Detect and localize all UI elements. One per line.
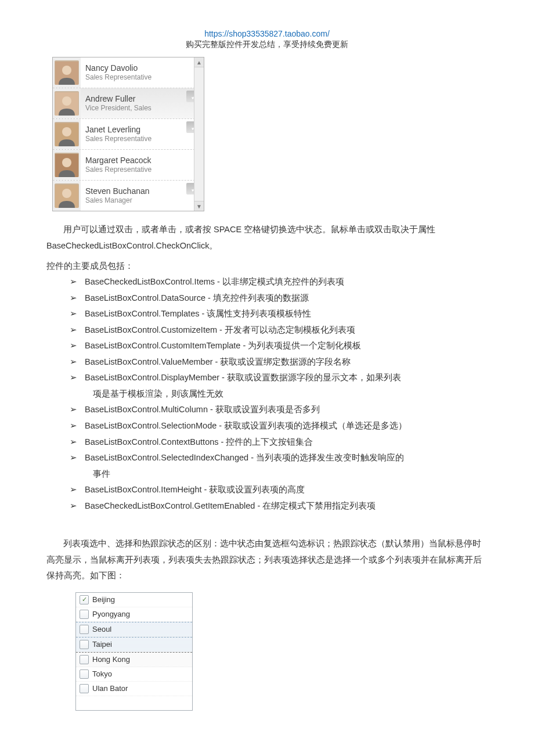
bullet-item: ➢ BaseCheckedListBoxControl.GetItemEnabl… xyxy=(70,498,488,514)
chevron-right-icon: ➢ xyxy=(70,290,85,307)
city-label: Tokyo xyxy=(92,669,112,678)
city-label: Taipei xyxy=(92,640,112,649)
chevron-right-icon: ➢ xyxy=(70,338,85,354)
employee-name: Janet Leverling xyxy=(85,125,182,135)
checkbox-icon[interactable] xyxy=(80,610,89,619)
bullet-text: BaseListBoxControl.ItemHeight - 获取或设置列表项… xyxy=(85,482,488,498)
bullet-text: BaseListBoxControl.DataSource - 填充控件列表项的… xyxy=(85,290,488,307)
bullet-item: ➢ BaseListBoxControl.Templates - 该属性支持列表… xyxy=(70,306,488,322)
chevron-right-icon: ➢ xyxy=(70,498,85,514)
bullet-item: ➢ BaseListBoxControl.DisplayMember - 获取或… xyxy=(70,370,488,386)
bullet-text: BaseListBoxControl.MultiColumn - 获取或设置列表… xyxy=(85,402,488,418)
employee-name: Steven Buchanan xyxy=(85,186,182,196)
chevron-right-icon: ➢ xyxy=(70,450,85,466)
checkbox-icon[interactable] xyxy=(80,655,89,664)
bullet-text: BaseListBoxControl.ValueMember - 获取或设置绑定… xyxy=(85,354,488,370)
list-item[interactable]: Andrew Fuller Vice President, Sales ✓ xyxy=(53,88,204,118)
list-item[interactable]: Nancy Davolio Sales Representative ✓ xyxy=(53,57,204,88)
checkbox-icon[interactable] xyxy=(80,625,89,634)
bullet-text: BaseListBoxControl.SelectedIndexChanged … xyxy=(85,450,488,466)
bullet-continuation: 事件 xyxy=(93,466,488,483)
city-label: Hong Kong xyxy=(92,655,130,664)
city-label: Ulan Bator xyxy=(92,684,128,693)
bullet-text: BaseListBoxControl.DisplayMember - 获取或设置… xyxy=(85,370,488,386)
bullet-item: ➢ BaseListBoxControl.CustomizeItem - 开发者… xyxy=(70,322,488,339)
header-subtitle: 购买完整版控件开发总结，享受持续免费更新 xyxy=(46,39,488,50)
bullet-text: BaseListBoxControl.CustomItemTemplate - … xyxy=(85,338,488,354)
checkbox-icon[interactable] xyxy=(80,684,89,693)
members-title: 控件的主要成员包括： xyxy=(46,261,488,272)
chevron-right-icon: ➢ xyxy=(70,418,85,434)
svg-point-9 xyxy=(62,189,71,198)
employee-title: Vice President, Sales xyxy=(85,104,182,113)
svg-point-5 xyxy=(62,127,71,136)
bullet-text: BaseCheckedListBoxControl.Items - 以非绑定模式… xyxy=(85,274,488,290)
chevron-right-icon: ➢ xyxy=(70,306,85,322)
bullet-item: ➢ BaseListBoxControl.MultiColumn - 获取或设置… xyxy=(70,402,488,418)
chevron-right-icon: ➢ xyxy=(70,434,85,451)
employee-listbox[interactable]: Nancy Davolio Sales Representative ✓ And… xyxy=(52,57,204,211)
scroll-down-icon[interactable]: ▼ xyxy=(194,201,204,211)
avatar xyxy=(53,150,81,180)
checkbox-icon[interactable]: ✓ xyxy=(80,595,89,604)
list-item[interactable]: Margaret Peacock Sales Representative ✓ xyxy=(53,149,204,180)
chevron-right-icon: ➢ xyxy=(70,370,85,386)
bullet-text: BaseListBoxControl.ContextButtons - 控件的上… xyxy=(85,434,488,451)
city-item[interactable]: Taipei xyxy=(76,637,192,652)
scroll-up-icon[interactable]: ▲ xyxy=(194,57,204,67)
bullet-text: BaseListBoxControl.SelectionMode - 获取或设置… xyxy=(85,418,488,434)
avatar xyxy=(53,119,81,149)
list-item[interactable]: Steven Buchanan Sales Manager ✓ xyxy=(53,180,204,211)
header-link[interactable]: https://shop33535827.taobao.com/ xyxy=(46,29,488,38)
paragraph-2: 列表项选中、选择和热跟踪状态的区别：选中状态由复选框勾选标识；热跟踪状态（默认禁… xyxy=(46,536,488,584)
city-item[interactable]: Hong Kong xyxy=(76,652,192,667)
bullet-item: ➢ BaseListBoxControl.CustomItemTemplate … xyxy=(70,338,488,354)
bullet-text: BaseListBoxControl.Templates - 该属性支持列表项模… xyxy=(85,306,488,322)
chevron-right-icon: ➢ xyxy=(70,402,85,418)
page-header: https://shop33535827.taobao.com/ 购买完整版控件… xyxy=(46,29,488,50)
city-label: Seoul xyxy=(92,625,111,633)
bullet-item: ➢ BaseListBoxControl.DataSource - 填充控件列表… xyxy=(70,290,488,307)
bullet-text: BaseListBoxControl.CustomizeItem - 开发者可以… xyxy=(85,322,488,339)
employee-title: Sales Manager xyxy=(85,196,182,206)
paragraph-1: 用户可以通过双击，或者单击，或者按 SPACE 空格键切换选中状态。鼠标单击或双… xyxy=(46,222,488,254)
avatar xyxy=(53,57,81,88)
avatar xyxy=(53,88,81,118)
svg-point-1 xyxy=(62,66,71,75)
employee-name: Nancy Davolio xyxy=(85,63,182,73)
bullet-item: ➢ BaseListBoxControl.ItemHeight - 获取或设置列… xyxy=(70,482,488,498)
city-item[interactable]: ✓ Beijing xyxy=(76,593,192,607)
chevron-right-icon: ➢ xyxy=(70,354,85,370)
members-list: ➢ BaseCheckedListBoxControl.Items - 以非绑定… xyxy=(70,274,488,514)
city-label: Beijing xyxy=(92,595,115,604)
bullet-item: ➢ BaseListBoxControl.ContextButtons - 控件… xyxy=(70,434,488,451)
city-label: Pyongyang xyxy=(92,610,130,618)
employee-name: Margaret Peacock xyxy=(85,156,182,165)
employee-title: Sales Representative xyxy=(85,135,182,144)
city-item[interactable]: Tokyo xyxy=(76,667,192,682)
employee-title: Sales Representative xyxy=(85,165,182,175)
list-item[interactable]: Janet Leverling Sales Representative ✓ xyxy=(53,118,204,149)
chevron-right-icon: ➢ xyxy=(70,322,85,339)
bullet-text: BaseCheckedListBoxControl.GetItemEnabled… xyxy=(85,498,488,514)
city-listbox[interactable]: ✓ Beijing Pyongyang Seoul Taipei Hong Ko… xyxy=(75,592,193,711)
bullet-continuation: 项是基于模板渲染，则该属性无效 xyxy=(93,386,488,402)
svg-point-3 xyxy=(62,96,71,106)
city-item[interactable]: Pyongyang xyxy=(76,607,192,622)
checkbox-icon[interactable] xyxy=(80,669,89,679)
city-item[interactable]: Ulan Bator xyxy=(76,682,192,696)
avatar xyxy=(53,181,81,211)
bullet-item: ➢ BaseListBoxControl.SelectionMode - 获取或… xyxy=(70,418,488,434)
employee-title: Sales Representative xyxy=(85,73,182,82)
scrollbar[interactable]: ▲ ▼ xyxy=(194,57,204,211)
bullet-item: ➢ BaseListBoxControl.ValueMember - 获取或设置… xyxy=(70,354,488,370)
chevron-right-icon: ➢ xyxy=(70,482,85,498)
employee-name: Andrew Fuller xyxy=(85,94,182,104)
svg-point-7 xyxy=(62,158,71,167)
checkbox-icon[interactable] xyxy=(80,640,89,649)
bullet-item: ➢ BaseCheckedListBoxControl.Items - 以非绑定… xyxy=(70,274,488,290)
city-item[interactable]: Seoul xyxy=(76,622,192,637)
empty-row xyxy=(76,696,192,710)
bullet-item: ➢ BaseListBoxControl.SelectedIndexChange… xyxy=(70,450,488,466)
chevron-right-icon: ➢ xyxy=(70,274,85,290)
